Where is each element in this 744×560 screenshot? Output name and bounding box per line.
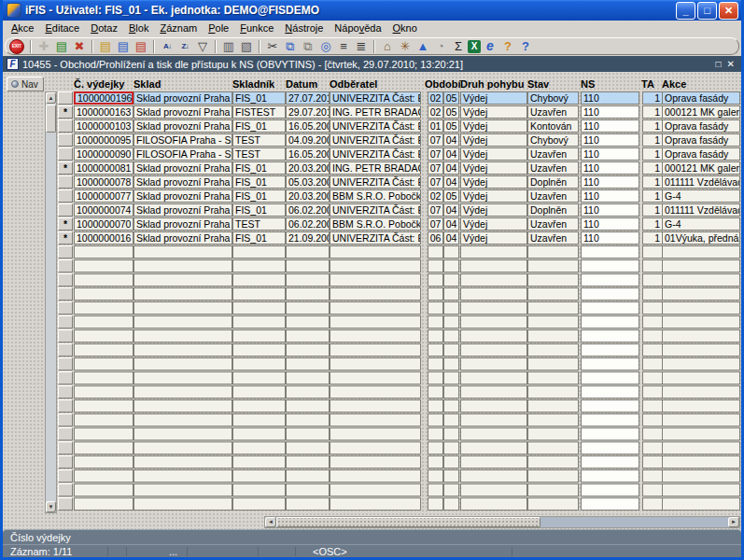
cell-stav[interactable] — [527, 497, 579, 511]
cell-ns[interactable] — [581, 427, 639, 441]
cell-obdobi2[interactable]: 04 — [443, 231, 459, 245]
cell-ta[interactable]: 1 — [642, 105, 663, 119]
cell-sklad[interactable] — [133, 371, 232, 385]
tree-icon[interactable]: ≣ — [353, 38, 370, 54]
cell-datum[interactable]: 06.02.2006 — [286, 203, 330, 217]
cell-ta[interactable] — [642, 343, 663, 357]
cell-skladnik[interactable]: FIS_01 — [232, 189, 286, 203]
cell-skladnik[interactable]: FISTEST — [232, 105, 286, 119]
cell-stav[interactable] — [527, 287, 579, 301]
cell-obdobi1[interactable]: 06 — [428, 231, 443, 245]
cell-odberatel[interactable] — [330, 455, 421, 469]
cell-sklad[interactable] — [133, 343, 232, 357]
cell-obdobi1[interactable] — [428, 385, 443, 399]
cell-akce[interactable] — [662, 301, 740, 315]
cell-sklad[interactable]: Sklad provozní Praha - Stoc — [133, 119, 232, 133]
cell-datum[interactable] — [286, 273, 330, 287]
cell-cislo[interactable]: 1000000070 — [74, 217, 133, 231]
cell-sklad[interactable]: Sklad provozní Praha - Stoc — [133, 217, 232, 231]
cell-cislo[interactable]: 1000000074 — [74, 203, 133, 217]
cell-obdobi2[interactable] — [443, 385, 459, 399]
cell-obdobi1[interactable] — [428, 357, 443, 371]
cell-datum[interactable]: 05.03.2006 — [286, 175, 330, 189]
cell-akce[interactable] — [662, 329, 740, 343]
cell-odberatel[interactable] — [330, 427, 421, 441]
cell-cislo[interactable] — [74, 441, 133, 455]
record-selector[interactable] — [58, 301, 73, 315]
cell-datum[interactable] — [286, 371, 330, 385]
cell-sklad[interactable] — [133, 287, 232, 301]
cell-sklad[interactable]: FILOSOFIA Praha - Stodůlk — [133, 133, 232, 147]
cell-ta[interactable] — [642, 287, 663, 301]
record-selector[interactable] — [58, 315, 73, 329]
cell-druh[interactable]: Výdej — [460, 203, 527, 217]
cell-skladnik[interactable] — [232, 385, 286, 399]
accept-disabled-icon[interactable]: ✚ — [35, 38, 52, 54]
cell-ns[interactable]: 110 — [581, 147, 639, 161]
cell-datum[interactable] — [286, 399, 330, 413]
cell-skladnik[interactable] — [232, 245, 286, 259]
cell-obdobi1[interactable] — [428, 329, 443, 343]
cell-odberatel[interactable]: BBM S.R.O. Pobočka Prah — [330, 217, 421, 231]
cell-stav[interactable]: Uzavřen — [527, 161, 579, 175]
cell-ns[interactable] — [581, 273, 639, 287]
cell-druh[interactable] — [460, 259, 527, 273]
cell-obdobi1[interactable]: 02 — [428, 189, 443, 203]
cell-sklad[interactable]: Sklad provozní Praha - Stoc — [133, 189, 232, 203]
cell-druh[interactable] — [460, 371, 527, 385]
execute-query-icon[interactable]: ▤ — [115, 38, 132, 54]
cell-skladnik[interactable]: FIS_01 — [232, 203, 286, 217]
cell-stav[interactable] — [527, 245, 579, 259]
cell-obdobi2[interactable] — [443, 245, 459, 259]
cell-akce[interactable] — [662, 427, 740, 441]
cell-druh[interactable] — [460, 343, 527, 357]
cell-odberatel[interactable] — [330, 357, 421, 371]
cell-ns[interactable] — [581, 455, 639, 469]
cell-obdobi2[interactable]: 04 — [443, 175, 459, 189]
cell-akce[interactable] — [662, 399, 740, 413]
window-titlebar[interactable]: iFIS - Uživatel: FIS_01 - Ek. jednotka: … — [3, 0, 741, 21]
cell-skladnik[interactable] — [232, 287, 286, 301]
filter-icon[interactable]: ▽ — [194, 38, 211, 54]
cell-druh[interactable] — [460, 413, 527, 427]
cell-datum[interactable] — [286, 469, 330, 483]
cell-ta[interactable]: 1 — [642, 217, 663, 231]
record-selector[interactable] — [58, 329, 73, 343]
cell-akce[interactable] — [662, 357, 740, 371]
cell-odberatel[interactable] — [330, 329, 421, 343]
cell-datum[interactable]: 27.07.2010 — [286, 91, 330, 105]
record-selector[interactable]: * — [58, 161, 73, 175]
cell-ns[interactable] — [581, 441, 639, 455]
cell-obdobi1[interactable] — [428, 441, 443, 455]
cell-obdobi1[interactable]: 07 — [428, 133, 443, 147]
menu-item-dotaz[interactable]: Dotaz — [85, 21, 123, 35]
cell-ns[interactable]: 110 — [581, 217, 639, 231]
cell-akce[interactable]: 011111 Vzdělávací — [662, 203, 740, 217]
cell-odberatel[interactable] — [330, 343, 421, 357]
cell-skladnik[interactable] — [232, 357, 286, 371]
cell-sklad[interactable]: Sklad provozní Praha - Stoc — [133, 161, 232, 175]
cell-odberatel[interactable] — [330, 245, 421, 259]
cell-druh[interactable] — [460, 497, 527, 511]
cell-stav[interactable] — [527, 329, 579, 343]
cell-sklad[interactable] — [133, 315, 232, 329]
cell-skladnik[interactable]: FIS_01 — [232, 161, 286, 175]
form-titlebar[interactable]: F 10455 - Obchod/Prohlížení a tisk dle p… — [3, 56, 741, 72]
cell-druh[interactable] — [460, 287, 527, 301]
record-selector[interactable] — [58, 371, 73, 385]
cell-odberatel[interactable] — [330, 259, 421, 273]
exit-icon[interactable]: EXIT — [9, 39, 24, 54]
menu-item-okno[interactable]: Okno — [387, 21, 423, 35]
cell-ta[interactable] — [642, 315, 663, 329]
record-selector[interactable] — [58, 259, 73, 273]
cell-obdobi2[interactable]: 04 — [443, 133, 459, 147]
cell-datum[interactable] — [286, 385, 330, 399]
cell-obdobi1[interactable] — [428, 427, 443, 441]
cell-akce[interactable]: 000121 MK galerie — [662, 161, 740, 175]
find-icon[interactable]: ◎ — [317, 38, 334, 54]
cell-ns[interactable] — [581, 497, 639, 511]
cell-akce[interactable] — [662, 441, 740, 455]
cell-ta[interactable]: 1 — [642, 189, 663, 203]
cell-ta[interactable] — [642, 259, 663, 273]
cell-datum[interactable]: 16.05.2007 — [286, 119, 330, 133]
